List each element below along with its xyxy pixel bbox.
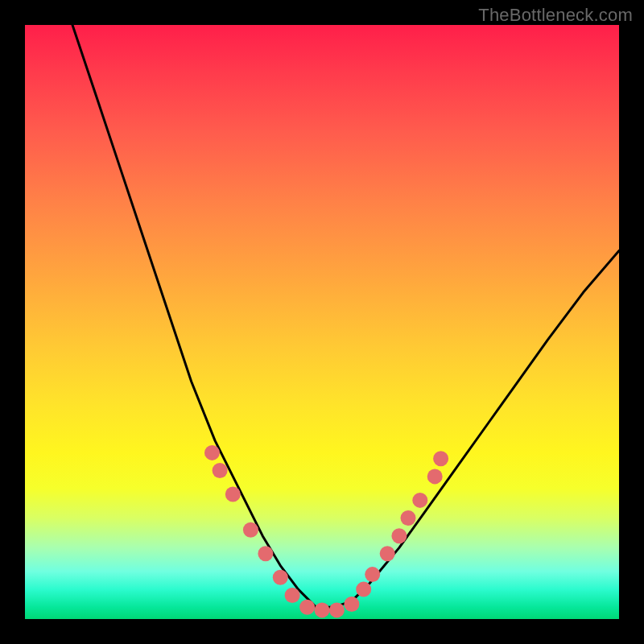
curve-marker bbox=[225, 487, 241, 502]
curve-marker bbox=[380, 546, 395, 561]
curve-marker bbox=[412, 493, 427, 508]
curve-marker bbox=[329, 602, 345, 617]
curve-marker bbox=[433, 451, 448, 466]
curve-marker bbox=[285, 588, 300, 603]
curve-marker bbox=[243, 522, 258, 538]
watermark-text: TheBottleneck.com bbox=[478, 5, 633, 26]
curve-marker bbox=[427, 469, 443, 484]
plot-area bbox=[25, 25, 619, 619]
curve-marker bbox=[401, 510, 416, 526]
bottleneck-curve bbox=[72, 25, 619, 607]
curve-marker bbox=[356, 582, 371, 597]
curve-marker bbox=[273, 570, 288, 585]
curve-marker bbox=[365, 567, 380, 582]
curve-marker bbox=[344, 597, 359, 612]
curve-marker bbox=[391, 528, 407, 543]
chart-frame: TheBottleneck.com bbox=[0, 0, 644, 644]
curve-marker bbox=[258, 546, 273, 561]
curve-marker bbox=[204, 445, 220, 460]
curve-marker bbox=[299, 600, 315, 615]
curve-marker bbox=[213, 463, 228, 478]
bottleneck-curve-svg bbox=[25, 25, 619, 619]
curve-marker bbox=[315, 602, 330, 617]
